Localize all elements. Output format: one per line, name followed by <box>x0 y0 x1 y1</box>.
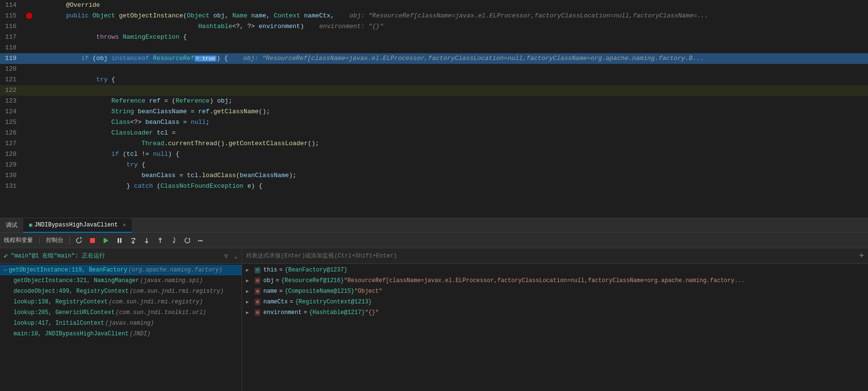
line-content-118 <box>34 43 868 53</box>
variables-input[interactable] <box>246 253 855 259</box>
var-item-this[interactable]: ▶ ≡ this = {BeanFactory@1237} <box>242 265 868 275</box>
code-editor: 114 @Override 115 ⬤ public Object getObj… <box>0 0 868 218</box>
var-expand-name[interactable]: ▶ <box>246 288 254 294</box>
highlight-badge: = true <box>195 56 217 61</box>
var-name-name: name <box>263 288 277 295</box>
toolbar-btn-step-into[interactable] <box>141 235 152 246</box>
hint-119: obj: "ResourceRef[className=javax.el.ELP… <box>236 55 704 62</box>
var-expand-obj[interactable]: ▶ <box>246 278 254 284</box>
line-num-125: 125 <box>0 117 24 128</box>
var-icon-namectx: ⊙ <box>254 299 261 305</box>
var-icon-env: ⊙ <box>254 309 261 316</box>
hint-116: environment: "{}" <box>312 23 383 30</box>
code-line-127: 127 Thread.currentThread().getContextCla… <box>0 138 868 149</box>
thread-status: ✔ "main"@1 在组"main": 正在运行 <box>4 252 105 260</box>
line-num-115: 115 <box>0 11 24 21</box>
toolbar-btn-more[interactable]: ⋯ <box>196 235 206 246</box>
thread-status-text: "main"@1 在组"main": 正在运行 <box>11 252 105 260</box>
var-icon-this: ≡ <box>254 267 261 273</box>
svg-rect-4 <box>120 238 122 243</box>
var-eq-name: = <box>279 288 283 295</box>
tab-jndi-close[interactable]: ✕ <box>122 218 126 232</box>
line-content-115: public Object getObjectInstance(Object o… <box>34 11 868 21</box>
line-num-120: 120 <box>0 64 24 75</box>
hint-115: obj: "ResourceRef[className=javax.el.ELP… <box>342 12 708 19</box>
debug-toolbar: 线程和变量 | 控制台 ⤸ ⋯ <box>0 233 868 248</box>
var-name-obj: obj <box>263 277 274 284</box>
svg-marker-1 <box>105 238 108 243</box>
line-num-127: 127 <box>0 138 24 149</box>
line-content-122 <box>34 85 868 96</box>
dropdown-icon[interactable]: ⌄ <box>234 252 238 260</box>
var-value-obj-str: "ResourceRef[className=javax.el.ELProces… <box>344 277 745 284</box>
var-item-obj[interactable]: ▶ ⊙ obj = {ResourceRef@1216} "ResourceRe… <box>242 275 868 286</box>
thread-item-4[interactable]: lookup:138, RegistryContext (com.sun.jnd… <box>0 297 242 307</box>
code-lines: 114 @Override 115 ⬤ public Object getObj… <box>0 0 868 192</box>
var-expand-env[interactable]: ▶ <box>246 310 254 316</box>
code-line-118: 118 <box>0 43 868 53</box>
var-name-namectx: nameCtx <box>263 299 288 305</box>
toolbar-btn-reset[interactable] <box>182 235 193 246</box>
toolbar-btn-resume[interactable] <box>101 235 111 246</box>
var-expand-namectx[interactable]: ▶ <box>246 299 254 305</box>
gutter-123 <box>24 96 34 106</box>
variables-list: ▶ ≡ this = {BeanFactory@1237} ▶ ⊙ obj = <box>242 264 868 391</box>
debug-tabs-row: 调试 ▣ JNDIBypassHighJavaClient ✕ <box>0 218 868 233</box>
thread-package-5: (com.sun.jndi.toolkit.url) <box>116 309 206 316</box>
var-item-name[interactable]: ▶ ⊙ name = {CompositeName@1215} "Object" <box>242 286 868 297</box>
thread-package-3: (com.sun.jndi.rmi.registry) <box>130 288 224 295</box>
toolbar-separator-label: | <box>38 237 41 244</box>
line-content-121: try { <box>34 75 868 85</box>
tab-debug[interactable]: 调试 <box>0 218 23 233</box>
line-content-130: beanClass = tcl.loadClass(beanClassName)… <box>34 170 868 181</box>
variables-add-btn[interactable]: + <box>859 251 864 261</box>
line-num-122: 122 <box>0 85 24 96</box>
code-line-129: 129 try { <box>0 160 868 170</box>
thread-item-active[interactable]: ↩ getObjectInstance:119, BeanFactory (or… <box>0 265 242 275</box>
toolbar-btn-step-out[interactable] <box>155 235 166 246</box>
toolbar-btn-run-cursor[interactable]: ⤸ <box>168 235 179 246</box>
svg-rect-0 <box>90 238 95 243</box>
code-line-115: 115 ⬤ public Object getObjectInstance(Ob… <box>0 11 868 21</box>
thread-item-7[interactable]: main:10, JNDIBypassHighJavaClient (JNDI) <box>0 329 242 339</box>
line-num-114: 114 <box>0 0 24 11</box>
thread-item-3[interactable]: decodeObject:499, RegistryContext (com.s… <box>0 286 242 297</box>
thread-item-6[interactable]: lookup:417, InitialContext (javax.naming… <box>0 318 242 329</box>
line-content-131: } catch (ClassNotFoundException e) { <box>34 181 868 192</box>
toolbar-btn-stop[interactable] <box>87 235 98 246</box>
toolbar-btn-pause[interactable] <box>114 235 125 246</box>
gutter-115: ⬤ <box>24 11 34 21</box>
variables-panel: + ▶ ≡ this = {BeanFactory@1237} ▶ <box>242 248 868 391</box>
var-value-name-str: "Object" <box>354 288 382 295</box>
code-line-126: 126 ClassLoader tcl = <box>0 128 868 138</box>
gutter-114 <box>24 0 34 11</box>
debug-body: ✔ "main"@1 在组"main": 正在运行 ▽ ⌄ ↩ getObjec… <box>0 248 868 391</box>
var-expand-this[interactable]: ▶ <box>246 267 254 273</box>
toolbar-btn-refresh[interactable] <box>74 235 84 246</box>
method-getObjectInstance: getObjectInstance <box>119 12 183 19</box>
thread-package-2: (javax.naming.spi) <box>140 277 203 284</box>
var-item-environment[interactable]: ▶ ⊙ environment = {Hashtable@1217} "{}" <box>242 307 868 318</box>
tab-jndi-icon: ▣ <box>29 218 32 232</box>
code-line-116: 116 Hashtable<?, ?> environment) environ… <box>0 21 868 32</box>
var-item-namectx[interactable]: ▶ ⊙ nameCtx = {RegistryContext@1213} <box>242 297 868 307</box>
thread-item-2[interactable]: getObjectInstance:321, NamingManager (ja… <box>0 275 242 286</box>
line-content-128: if (tcl != null) { <box>34 149 868 160</box>
code-line-119: 119 if (obj instanceof ResourceRef= true… <box>0 53 868 64</box>
var-name-env: environment <box>263 309 302 316</box>
toolbar-console-label: 控制台 <box>46 236 63 244</box>
toolbar-btn-step-over[interactable] <box>128 235 138 246</box>
gutter-118 <box>24 43 34 53</box>
gutter-121 <box>24 75 34 85</box>
line-num-126: 126 <box>0 128 24 138</box>
tab-jndi[interactable]: ▣ JNDIBypassHighJavaClient ✕ <box>23 218 132 233</box>
code-line-122: 122 <box>0 85 868 96</box>
line-num-128: 128 <box>0 149 24 160</box>
filter-icon[interactable]: ▽ <box>224 252 228 260</box>
line-num-117: 117 <box>0 32 24 43</box>
gutter-125 <box>24 117 34 128</box>
thread-item-5[interactable]: lookup:205, GenericURLContext (com.sun.j… <box>0 307 242 318</box>
toolbar-threads-label: 线程和变量 <box>4 236 33 244</box>
kw-public: public <box>66 12 89 19</box>
thread-package-4: (com.sun.jndi.rmi.registry) <box>108 299 202 305</box>
